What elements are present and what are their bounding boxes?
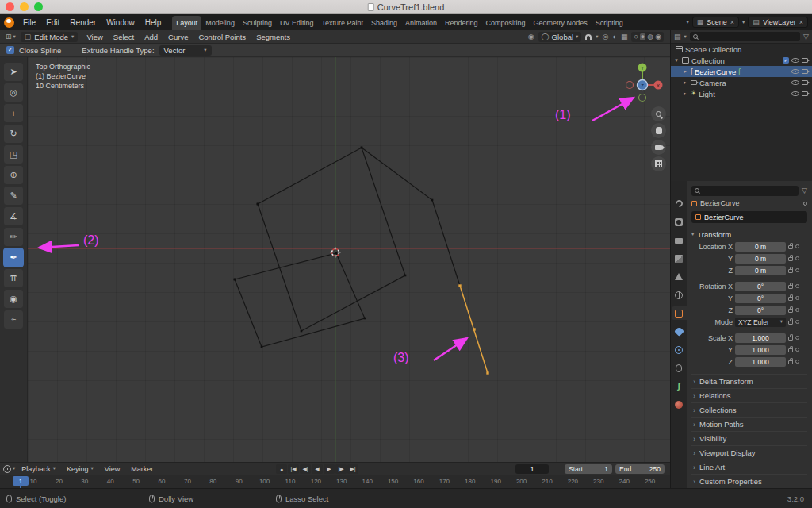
section-visibility[interactable]: ›Visibility: [691, 431, 807, 445]
disable-render-icon[interactable]: [802, 69, 808, 74]
workspace-tab-compositing[interactable]: Compositing: [482, 16, 530, 30]
tool-radius[interactable]: ◉: [3, 289, 24, 309]
frame-label-80[interactable]: 80: [209, 478, 216, 485]
properties-search-input[interactable]: [691, 186, 799, 196]
viewport-menu-curve[interactable]: Curve: [163, 31, 193, 43]
auto-key-button[interactable]: ●: [276, 464, 287, 474]
jump-to-end-button[interactable]: ▶|: [347, 464, 358, 474]
editor-outliner-icon[interactable]: ▤: [674, 33, 681, 40]
play-reverse-button[interactable]: ◀: [312, 464, 323, 474]
animate-dot[interactable]: [795, 244, 799, 248]
viewport-menu-view[interactable]: View: [82, 31, 107, 43]
viewport-menu-add[interactable]: Add: [140, 31, 163, 43]
properties-tab-view-layer[interactable]: [672, 252, 687, 265]
curve-segment[interactable]: [258, 148, 405, 331]
field-y[interactable]: 0°: [735, 294, 786, 303]
disable-render-icon[interactable]: [802, 58, 808, 63]
workspace-tab-layout[interactable]: Layout: [172, 16, 201, 30]
viewport-3d[interactable]: Y X Z Top Orthographic (1) BezierCurve 1…: [28, 57, 670, 462]
outliner-row-beziercurve[interactable]: ▸ ʃ BezierCurve ʃ: [671, 66, 812, 77]
animate-dot[interactable]: [795, 336, 799, 340]
viewport-menu-control-points[interactable]: Control Points: [193, 31, 251, 43]
animate-dot[interactable]: [795, 308, 799, 312]
workspace-tab-shading[interactable]: Shading: [367, 16, 401, 30]
tool-extrude[interactable]: ⇈: [3, 268, 24, 288]
jump-to-start-button[interactable]: |◀: [288, 464, 299, 474]
topbar-menu-render[interactable]: Render: [65, 17, 101, 29]
outliner-row-light[interactable]: ▸ ☀ Light: [671, 88, 812, 99]
properties-tab-scene[interactable]: [672, 270, 687, 283]
frame-end-field[interactable]: End 250: [615, 464, 665, 474]
lock-icon[interactable]: [788, 269, 793, 273]
snap-magnet-icon[interactable]: [585, 34, 592, 40]
frame-label-220[interactable]: 220: [568, 478, 578, 485]
workspace-tab-sculpting[interactable]: Sculpting: [239, 16, 276, 30]
proportional-editing-icon[interactable]: ◎: [603, 33, 609, 40]
frame-label-240[interactable]: 240: [619, 478, 630, 485]
animate-dot[interactable]: [795, 360, 799, 364]
frame-label-160[interactable]: 160: [413, 478, 423, 485]
workspace-tab-uv-editing[interactable]: UV Editing: [276, 16, 318, 30]
properties-tab-object[interactable]: [672, 306, 687, 320]
animate-dot[interactable]: [795, 268, 799, 272]
workspace-tab-scripting[interactable]: Scripting: [592, 16, 627, 30]
control-point[interactable]: [301, 330, 303, 333]
overlays-icon[interactable]: ◐: [612, 33, 616, 40]
control-point[interactable]: [404, 275, 407, 277]
pan-button[interactable]: [651, 123, 666, 138]
field-y[interactable]: 0 m: [735, 254, 786, 264]
topbar-menu-file[interactable]: File: [18, 17, 40, 29]
section-line-art[interactable]: ›Line Art: [691, 460, 807, 474]
zoom-button[interactable]: [651, 106, 666, 121]
frame-label-140[interactable]: 140: [362, 478, 373, 485]
control-point[interactable]: [364, 318, 366, 320]
hide-eye-icon[interactable]: [791, 69, 799, 74]
expand-arrow-icon[interactable]: ▾: [673, 57, 680, 64]
outliner-row-camera[interactable]: ▸ Camera: [671, 77, 812, 88]
properties-tab-output[interactable]: [672, 233, 687, 247]
frame-label-170[interactable]: 170: [439, 478, 450, 485]
animate-dot[interactable]: [795, 256, 799, 260]
workspace-tab-texture-paint[interactable]: Texture Paint: [317, 16, 367, 30]
unlink-scene-icon[interactable]: ×: [730, 19, 734, 26]
properties-tab-material[interactable]: [672, 398, 687, 411]
animate-dot[interactable]: [795, 296, 799, 300]
frame-label-150[interactable]: 150: [388, 478, 398, 485]
lock-icon[interactable]: [788, 337, 793, 341]
lock-icon[interactable]: [788, 297, 793, 301]
frame-label-30[interactable]: 30: [81, 478, 88, 485]
tool-scale[interactable]: ◳: [3, 144, 24, 164]
frame-label-50[interactable]: 50: [132, 478, 140, 485]
playhead[interactable]: 1: [13, 476, 29, 486]
hide-eye-icon[interactable]: [791, 91, 799, 96]
control-point[interactable]: [257, 203, 259, 206]
topbar-menu-edit[interactable]: Edit: [41, 17, 64, 29]
frame-label-130[interactable]: 130: [336, 478, 347, 485]
control-point[interactable]: [361, 147, 363, 149]
editor-type-button[interactable]: ⊞ ▾: [3, 33, 18, 40]
frame-label-180[interactable]: 180: [465, 478, 475, 485]
filter-icon[interactable]: ▽: [802, 187, 807, 194]
lock-icon[interactable]: [788, 321, 793, 325]
gizmo-minus-x-axis[interactable]: [626, 82, 634, 89]
extrude-handle-dropdown[interactable]: Vector ▾: [159, 45, 212, 56]
expand-arrow-icon[interactable]: ▸: [682, 90, 688, 97]
editor-timeline-icon[interactable]: [3, 465, 11, 473]
disable-render-icon[interactable]: [802, 91, 808, 96]
control-point[interactable]: [431, 199, 434, 202]
tool-curve-pen[interactable]: ✒: [3, 248, 24, 267]
section-relations[interactable]: ›Relations: [691, 388, 807, 402]
object-name-field[interactable]: BezierCurve: [691, 211, 807, 223]
section-custom-properties[interactable]: ›Custom Properties: [691, 474, 807, 488]
disable-render-icon[interactable]: [802, 80, 808, 85]
field-location-x[interactable]: 0 m: [735, 242, 786, 252]
timeline-menu-playback[interactable]: Playback▾: [17, 464, 60, 475]
xray-toggle-icon[interactable]: ▦: [621, 33, 628, 40]
properties-tab-render[interactable]: [672, 215, 687, 229]
play-button[interactable]: ▶: [324, 464, 335, 474]
tool-draw[interactable]: ✏: [3, 227, 24, 247]
outliner-row-collection[interactable]: ▾ Collection ✓: [671, 55, 812, 66]
close-window-button[interactable]: [6, 2, 14, 11]
field-scale-x[interactable]: 1.000: [735, 333, 786, 343]
zoom-window-button[interactable]: [34, 2, 43, 11]
